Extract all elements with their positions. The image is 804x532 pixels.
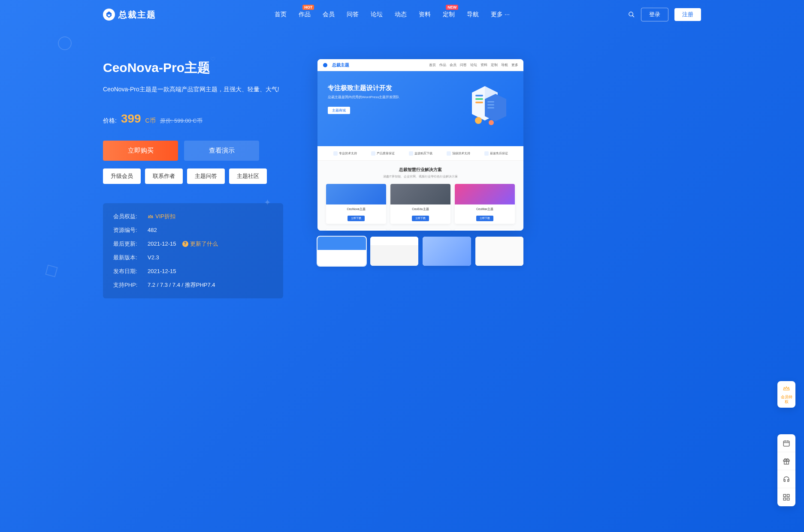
feature-item: 最速售后保证 — [484, 151, 508, 156]
preview-card-title: CeoMax主题 — [457, 207, 512, 211]
preview-sec-sub: 涵盖IT界智能、企业官网、视频行业等特色行业解决方案 — [326, 174, 515, 179]
float-vip-text: 会员特权 — [779, 395, 794, 404]
preview-card-img — [390, 184, 450, 204]
svg-rect-4 — [475, 98, 483, 100]
preview-nav-item: 论坛 — [470, 63, 477, 67]
preview-nav-item: 首页 — [429, 63, 436, 67]
nav-item[interactable]: 资料 — [419, 11, 431, 18]
preview-nav-item: 更多 — [511, 63, 518, 67]
thumbnail-3[interactable] — [423, 237, 471, 266]
nav-item[interactable]: 导航 — [467, 11, 479, 18]
nav-right: 登录 注册 — [628, 8, 701, 21]
nav-item[interactable]: 首页 — [275, 11, 287, 18]
info-row: 最后更新:2021-12-15?更新了什么 — [113, 240, 273, 248]
svg-rect-18 — [783, 494, 786, 496]
preview-hero-btn: 主题商城 — [328, 107, 350, 114]
svg-point-9 — [475, 117, 482, 124]
preview-sec-title: 总裁智慧行业解决方案 — [326, 167, 515, 173]
info-value: 2021-12-15 — [148, 268, 176, 274]
float-calendar[interactable] — [777, 434, 795, 452]
preview-area: 总裁主题 首页作品会员问答论坛资料定制导航更多 专注极致主题设计开发 总裁主题是… — [317, 59, 523, 298]
preview-card-img — [455, 184, 515, 204]
feature-item: 产品质量保证 — [371, 151, 395, 156]
link-button[interactable]: 主题社区 — [229, 168, 267, 184]
nav-item[interactable]: 动态 — [395, 11, 407, 18]
preview-nav-item: 问答 — [460, 63, 467, 67]
nav-item[interactable]: 定制NEW — [443, 11, 455, 18]
svg-rect-8 — [487, 107, 494, 108]
link-button[interactable]: 主题问答 — [187, 168, 225, 184]
feature-icon — [447, 151, 451, 156]
nav-item[interactable]: 更多 ··· — [491, 11, 510, 18]
price-row: 价格: 399 C币 原价: 599.00 C币 — [103, 112, 283, 126]
preview-logo-text: 总裁主题 — [332, 62, 349, 68]
float-gift[interactable] — [777, 452, 795, 470]
update-link[interactable]: ?更新了什么 — [182, 240, 218, 248]
preview-main[interactable]: 总裁主题 首页作品会员问答论坛资料定制导航更多 专注极致主题设计开发 总裁主题是… — [317, 59, 523, 231]
nav-badge: NEW — [446, 5, 458, 10]
svg-rect-11 — [783, 441, 789, 446]
nav-item[interactable]: 论坛 — [371, 11, 383, 18]
preview-card-title: CeoEdu主题 — [393, 207, 448, 211]
svg-line-1 — [632, 15, 634, 17]
float-support[interactable] — [777, 470, 795, 488]
main-nav: 首页作品HOT会员问答论坛动态资料定制NEW导航更多 ··· — [275, 11, 510, 18]
feature-item: 顶级技术支持 — [447, 151, 470, 156]
float-vip[interactable]: 会员特权 — [777, 381, 795, 408]
price-unit: C币 — [145, 117, 156, 125]
preview-card-title: CeoNova主题 — [329, 207, 384, 211]
nav-item[interactable]: 会员 — [323, 11, 335, 18]
demo-button[interactable]: 查看演示 — [184, 141, 259, 161]
preview-card — [390, 229, 450, 231]
info-row: 支持PHP:7.2 / 7.3 / 7.4 / 推荐PHP7.4 — [113, 281, 273, 289]
preview-card — [326, 229, 386, 231]
login-button[interactable]: 登录 — [641, 8, 668, 21]
float-bar — [777, 434, 795, 506]
preview-nav-item: 会员 — [450, 63, 456, 67]
register-button[interactable]: 注册 — [674, 8, 701, 21]
logo-text: 总裁主题 — [118, 9, 156, 21]
thumbnail-2[interactable] — [370, 237, 419, 266]
logo-icon — [103, 9, 115, 21]
svg-rect-21 — [787, 498, 789, 500]
svg-rect-5 — [475, 102, 483, 103]
header: 总裁主题 首页作品HOT会员问答论坛动态资料定制NEW导航更多 ··· 登录 注… — [0, 0, 804, 29]
buy-button[interactable]: 立即购买 — [103, 141, 178, 161]
preview-card-btn: 立即下载 — [412, 216, 429, 221]
info-label: 最新版本: — [113, 254, 148, 261]
preview-hero-illustration — [455, 80, 515, 131]
nav-item[interactable]: 作品HOT — [299, 11, 311, 18]
info-label: 资源编号: — [113, 226, 148, 234]
nav-item[interactable]: 问答 — [347, 11, 359, 18]
preview-cards-row2 — [326, 229, 515, 231]
preview-card: CeoEdu主题立即下载 — [390, 184, 450, 224]
info-row: 最新版本:V2.3 — [113, 254, 273, 261]
info-row: 发布日期:2021-12-15 — [113, 268, 273, 275]
preview-features: 专业技术支持产品质量保证直接购买下载顶级技术支持最速售后保证 — [317, 146, 523, 161]
link-button[interactable]: 联系作者 — [145, 168, 183, 184]
logo[interactable]: 总裁主题 — [103, 9, 156, 21]
preview-card: CeoNova主题立即下载 — [326, 184, 386, 224]
info-label: 支持PHP: — [113, 281, 148, 289]
info-value: V2.3 — [148, 254, 159, 261]
info-value: 482 — [148, 227, 157, 233]
svg-rect-6 — [487, 101, 494, 102]
preview-card-btn: 立即下载 — [348, 216, 365, 221]
main-content: CeoNova-Pro主题 CeoNova-Pro主题是一款高端产品官网主题，且… — [0, 29, 804, 324]
thumbnail-1[interactable] — [317, 237, 366, 266]
preview-card-img — [326, 184, 386, 204]
thumbnail-4[interactable] — [475, 237, 524, 266]
question-icon: ? — [182, 241, 188, 247]
float-qr[interactable] — [777, 488, 795, 506]
link-buttons: 升级会员联系作者主题问答主题社区 — [103, 168, 283, 184]
search-icon[interactable] — [628, 11, 635, 18]
svg-rect-19 — [787, 494, 789, 496]
preview-card-btn: 立即下载 — [476, 216, 493, 221]
info-row: 资源编号:482 — [113, 226, 273, 234]
preview-nav-item: 作品 — [439, 63, 446, 67]
svg-point-10 — [489, 120, 494, 125]
feature-item: 专业技术支持 — [333, 151, 357, 156]
info-label: 发布日期: — [113, 268, 148, 275]
info-row: 会员权益:VIP折扣 — [113, 213, 273, 220]
link-button[interactable]: 升级会员 — [103, 168, 141, 184]
